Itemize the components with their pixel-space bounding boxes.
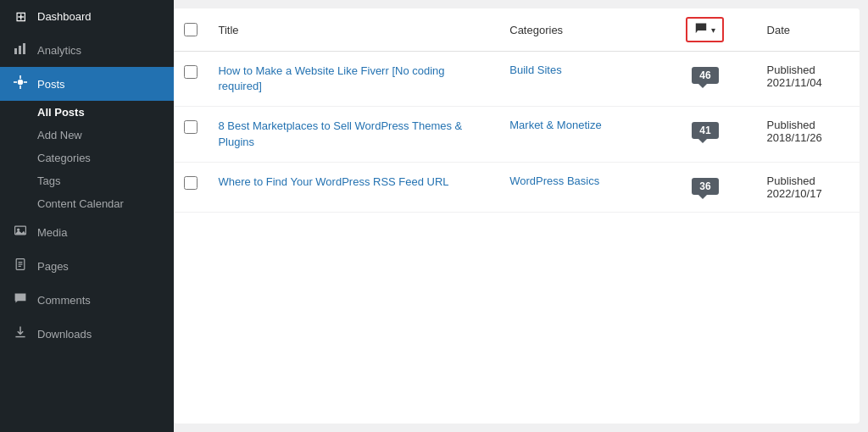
sidebar-item-label: Downloads (37, 328, 92, 341)
sidebar-item-label: Dashboard (37, 10, 92, 23)
downloads-icon (12, 325, 29, 342)
row-3-comment-badge[interactable]: 36 (692, 178, 719, 195)
row-1-checkbox[interactable] (184, 65, 198, 79)
row-2-date: 2018/11/26 (767, 131, 822, 144)
title-header-label: Title (218, 24, 238, 36)
submenu-item-add-new[interactable]: Add New (0, 124, 174, 147)
row-3-date-cell: Published 2022/10/17 (757, 162, 860, 212)
row-3-category-cell: WordPress Basics (499, 162, 654, 212)
row-1-category-cell: Build Sites (499, 52, 654, 107)
date-header-label: Date (767, 24, 790, 36)
sidebar-item-analytics[interactable]: Analytics (0, 33, 174, 67)
sidebar-item-media[interactable]: Media (0, 215, 174, 249)
posts-table: Title Categories ▾ Date (174, 8, 860, 213)
row-3-checkbox[interactable] (184, 176, 198, 190)
date-header: Date (757, 8, 860, 52)
categories-header: Categories (499, 8, 654, 52)
row-1-title-cell: How to Make a Website Like Fiverr [No co… (208, 52, 499, 107)
submenu-item-tags[interactable]: Tags (0, 169, 174, 192)
row-1-category-link[interactable]: Build Sites (509, 64, 561, 76)
sidebar-item-label: Posts (37, 78, 65, 91)
row-3-status: Published (767, 174, 815, 187)
select-all-checkbox[interactable] (184, 23, 198, 36)
row-3-date: 2022/10/17 (767, 187, 822, 200)
sidebar: ⊞ Dashboard Analytics Posts All Posts Ad… (0, 0, 174, 432)
submenu-item-categories[interactable]: Categories (0, 147, 174, 169)
row-checkbox-cell (174, 52, 208, 107)
sidebar-item-comments[interactable]: Comments (0, 283, 174, 317)
content-area: Title Categories ▾ Date (174, 8, 860, 424)
table-row: Where to Find Your WordPress RSS Feed UR… (174, 162, 860, 212)
main-content: Title Categories ▾ Date (174, 0, 868, 432)
pages-icon (12, 258, 29, 274)
row-2-date-cell: Published 2018/11/26 (757, 107, 860, 162)
row-1-comments-cell: 46 (654, 52, 756, 107)
dashboard-icon: ⊞ (12, 8, 29, 25)
row-3-comments-cell: 36 (654, 162, 756, 212)
row-1-comment-badge[interactable]: 46 (692, 67, 719, 84)
table-row: How to Make a Website Like Fiverr [No co… (174, 52, 860, 107)
row-2-title-link[interactable]: 8 Best Marketplaces to Sell WordPress Th… (218, 119, 462, 147)
comments-header: ▾ (654, 8, 756, 52)
row-3-title-cell: Where to Find Your WordPress RSS Feed UR… (208, 162, 499, 212)
sort-arrow-icon: ▾ (711, 25, 715, 35)
comments-icon (12, 291, 29, 308)
media-icon (12, 224, 29, 241)
row-3-title-link[interactable]: Where to Find Your WordPress RSS Feed UR… (218, 175, 448, 188)
row-2-checkbox[interactable] (184, 120, 198, 134)
posts-icon (12, 75, 29, 92)
sidebar-item-label: Comments (37, 294, 91, 307)
row-2-title-cell: 8 Best Marketplaces to Sell WordPress Th… (208, 107, 499, 162)
sidebar-item-pages[interactable]: Pages (0, 249, 174, 283)
svg-rect-1 (19, 46, 21, 54)
row-checkbox-cell (174, 107, 208, 162)
comments-sort-button[interactable]: ▾ (686, 17, 724, 42)
sidebar-item-label: Analytics (37, 44, 81, 57)
categories-header-label: Categories (509, 24, 563, 36)
row-2-category-link[interactable]: Market & Monetize (509, 119, 601, 131)
row-2-status: Published (767, 119, 815, 131)
row-3-category-link[interactable]: WordPress Basics (509, 174, 599, 187)
row-1-title-link[interactable]: How to Make a Website Like Fiverr [No co… (218, 64, 444, 92)
table-header-row: Title Categories ▾ Date (174, 8, 860, 52)
row-2-comment-badge[interactable]: 41 (692, 122, 719, 139)
sidebar-item-dashboard[interactable]: ⊞ Dashboard (0, 0, 174, 33)
svg-rect-0 (14, 48, 17, 54)
sidebar-item-label: Media (37, 226, 67, 239)
sidebar-item-posts[interactable]: Posts (0, 67, 174, 101)
select-all-header (174, 8, 208, 52)
sidebar-item-downloads[interactable]: Downloads (0, 317, 174, 351)
row-2-comments-cell: 41 (654, 107, 756, 162)
submenu-item-all-posts[interactable]: All Posts (0, 101, 174, 124)
svg-point-3 (18, 80, 23, 85)
row-1-date-cell: Published 2021/11/04 (757, 52, 860, 107)
table-row: 8 Best Marketplaces to Sell WordPress Th… (174, 107, 860, 162)
submenu-item-content-calendar[interactable]: Content Calendar (0, 192, 174, 215)
row-2-category-cell: Market & Monetize (499, 107, 654, 162)
row-1-date: 2021/11/04 (767, 76, 822, 89)
analytics-icon (12, 42, 29, 58)
row-checkbox-cell (174, 162, 208, 212)
comment-bubble-icon (694, 22, 708, 37)
sidebar-item-label: Pages (37, 260, 69, 273)
row-1-status: Published (767, 64, 815, 76)
title-header: Title (208, 8, 499, 52)
svg-rect-2 (23, 43, 25, 54)
posts-submenu: All Posts Add New Categories Tags Conten… (0, 101, 174, 215)
